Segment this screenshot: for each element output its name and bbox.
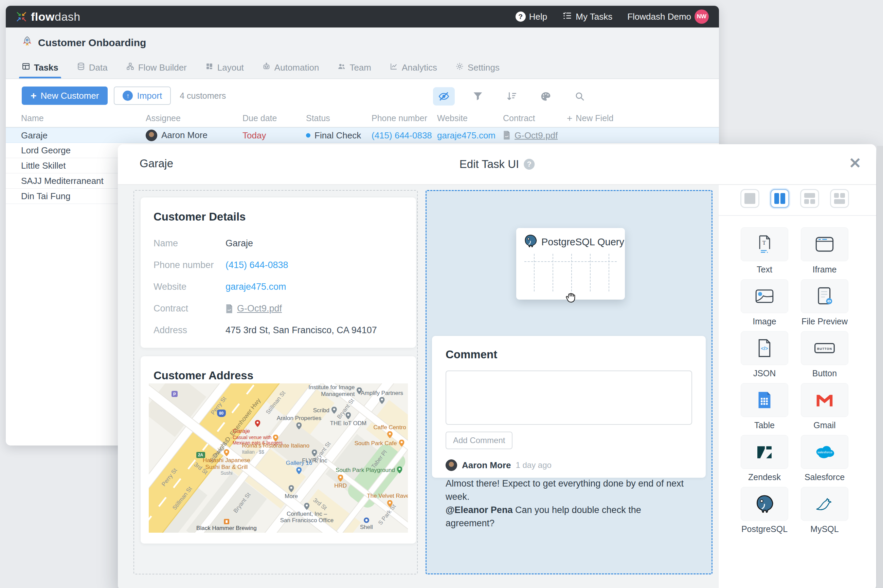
eye-off-button[interactable] xyxy=(433,87,455,105)
column-header-website[interactable]: Website xyxy=(437,113,468,123)
column-header-due-date[interactable]: Due date xyxy=(242,113,277,123)
mysql-icon xyxy=(814,496,835,512)
search-button[interactable] xyxy=(569,87,591,105)
widget-table[interactable]: Table xyxy=(741,383,788,435)
widget-button[interactable]: BUTTONButton xyxy=(801,331,848,383)
widget-file-preview[interactable]: File Preview xyxy=(801,279,848,331)
widget-text[interactable]: TText xyxy=(741,227,788,279)
poi-text: Roma's Ristorante ItalianoItalian · $$ xyxy=(242,442,309,454)
table-header: NameAssigneeDue dateStatusPhone numberWe… xyxy=(6,109,719,128)
brand[interactable]: ↘↙↗↖ flowdash xyxy=(16,10,80,23)
tab-automation[interactable]: Automation xyxy=(262,57,319,78)
widget-label: Iframe xyxy=(813,265,837,274)
widget-salesforce[interactable]: salesforceSalesforce xyxy=(801,435,848,487)
column-header-contract[interactable]: Contract xyxy=(503,113,535,123)
column-header-name[interactable]: Name xyxy=(21,113,44,123)
mention[interactable]: @Eleanor Pena xyxy=(445,505,513,515)
poi-label: Hakashi Japanese xyxy=(203,457,250,464)
widget-json[interactable]: </>JSON xyxy=(741,331,788,383)
field-label: Address xyxy=(153,325,226,336)
sort-button[interactable] xyxy=(501,87,523,105)
contract-link[interactable]: G-Oct9.pdf xyxy=(514,130,558,141)
widget-zendesk[interactable]: Zendesk xyxy=(741,435,788,487)
poi-text: Scribd xyxy=(313,407,329,414)
account-menu[interactable]: Flowdash Demo NW xyxy=(627,9,709,24)
tab-team[interactable]: Team xyxy=(337,57,371,78)
scrollbar[interactable] xyxy=(877,146,883,588)
text-icon: T xyxy=(756,235,773,254)
table-skeleton xyxy=(524,254,617,291)
widget-label: Salesforce xyxy=(805,472,845,482)
widget-postgresql[interactable]: PostgreSQL xyxy=(741,487,788,539)
my-tasks-button[interactable]: My Tasks xyxy=(562,10,612,23)
widget-iframe[interactable]: Iframe xyxy=(801,227,848,279)
edit-task-modal: Garaje Edit Task UI ? ✕ Customer Details… xyxy=(118,144,876,588)
widget-image[interactable]: Image xyxy=(741,279,788,331)
cell-name: SAJJ Mediterraneant xyxy=(21,176,104,186)
page-title: Customer Onboarding xyxy=(38,37,146,48)
widget-gmail[interactable]: Gmail xyxy=(801,383,848,435)
map-pin-icon xyxy=(224,449,229,456)
poi-text: Caffe Centro xyxy=(374,424,406,431)
tab-tasks[interactable]: Tasks xyxy=(22,57,59,78)
map-poi-gallery-16: Gallery 16 xyxy=(286,460,312,474)
tab-data[interactable]: Data xyxy=(77,57,108,78)
svg-text:T: T xyxy=(763,240,766,246)
layout-option-one-column[interactable] xyxy=(740,189,760,208)
widget-card xyxy=(801,383,848,417)
assignee-name: Aaron More xyxy=(161,130,208,141)
cell-name: Lord George xyxy=(21,145,71,156)
map-poi-roma-s-ristorante-italiano: Roma's Ristorante ItalianoItalian · $$ xyxy=(242,435,309,454)
import-button[interactable]: ↑ Import xyxy=(114,87,171,105)
website-link[interactable]: garaje475.com xyxy=(437,130,495,141)
skeleton-col-line xyxy=(552,254,553,291)
map-poi-the-velvet-raven: The Velvet Raven xyxy=(367,493,408,507)
widget-label: JSON xyxy=(753,369,776,378)
layout-option-row-top-two-bottom[interactable] xyxy=(800,189,819,208)
column-header-phone-number[interactable]: Phone number xyxy=(372,113,427,123)
new-customer-button[interactable]: + New Customer xyxy=(22,87,108,105)
field-phone-number: Phone number(415) 644-0838 xyxy=(153,260,403,270)
cell-name: Garaje xyxy=(21,130,48,141)
field-link[interactable]: garaje475.com xyxy=(226,282,286,292)
close-icon[interactable]: ✕ xyxy=(849,156,861,171)
table-row-garaje[interactable]: GarajeAaron MoreTodayFinal Check(415) 64… xyxy=(6,128,719,143)
layout-option-two-top-row-bottom[interactable] xyxy=(830,189,849,208)
tab-analytics[interactable]: Analytics xyxy=(390,57,437,78)
search-icon xyxy=(575,91,585,102)
poi-label: South Park Playground xyxy=(335,466,395,473)
column-header-status[interactable]: Status xyxy=(306,113,330,123)
comment-author: Aaron More xyxy=(462,460,511,471)
user-avatar[interactable]: NW xyxy=(695,9,709,24)
help-button[interactable]: ? Help xyxy=(516,12,547,22)
comment-text: Almost there! Expect to get everything d… xyxy=(445,477,692,530)
help-tooltip-icon[interactable]: ? xyxy=(524,159,534,170)
postgresql-icon xyxy=(524,234,537,250)
new-field-button[interactable]: +New Field xyxy=(567,113,614,123)
tab-label: Flow Builder xyxy=(138,62,187,73)
comment-input[interactable] xyxy=(445,370,692,425)
widget-card xyxy=(741,383,788,417)
map-pin-icon xyxy=(363,517,370,523)
palette-button[interactable] xyxy=(535,87,557,105)
filter-button[interactable] xyxy=(467,87,489,105)
column-header-assignee[interactable]: Assignee xyxy=(146,113,181,123)
map-pin-icon xyxy=(312,449,317,456)
add-comment-button[interactable]: Add Comment xyxy=(445,432,513,449)
tab-layout[interactable]: Layout xyxy=(205,57,244,78)
tab-flow-builder[interactable]: Flow Builder xyxy=(126,57,187,78)
widget-label: Gmail xyxy=(813,420,835,430)
layout-option-two-columns[interactable] xyxy=(770,189,789,208)
comment-widget: Comment Add Comment Aaron More 1 day ago… xyxy=(432,336,706,478)
phone-link[interactable]: (415) 644-0838 xyxy=(372,130,432,141)
dropzone-left-column[interactable]: Customer Details NameGarajePhone number(… xyxy=(134,190,418,574)
widget-mysql[interactable]: MySQL xyxy=(801,487,848,539)
field-address: Address475 3rd St, San Francisco, CA 941… xyxy=(153,325,403,336)
widget-title: PostgreSQL Query xyxy=(542,237,624,248)
contract-link[interactable]: G-Oct9.pdf xyxy=(237,303,282,314)
postgresql-query-widget-dragging[interactable]: PostgreSQL Query xyxy=(516,228,625,300)
field-link[interactable]: (415) 644-0838 xyxy=(226,260,288,270)
poi-label: The Velvet Raven xyxy=(367,493,408,500)
tab-settings[interactable]: Settings xyxy=(456,57,499,78)
toolbar: + New Customer ↑ Import 4 customers xyxy=(22,87,226,105)
